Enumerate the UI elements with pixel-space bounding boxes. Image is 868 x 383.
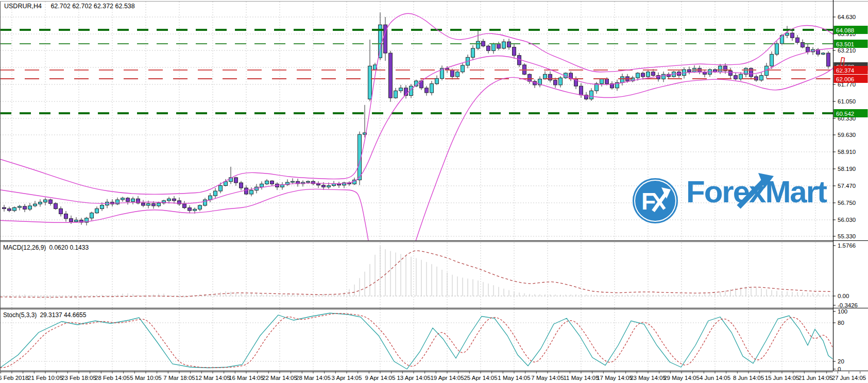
bull-candle bbox=[502, 42, 506, 48]
bull-candle bbox=[75, 220, 78, 221]
bull-candle bbox=[327, 186, 331, 187]
bull-candle bbox=[760, 76, 763, 80]
svg-text:1 May 14:05: 1 May 14:05 bbox=[498, 375, 530, 381]
svg-text:64.630: 64.630 bbox=[838, 14, 856, 20]
bear-candle bbox=[317, 184, 320, 185]
svg-text:15 Jun 14:05: 15 Jun 14:05 bbox=[765, 375, 799, 381]
svg-text:16 Mar 14:05: 16 Mar 14:05 bbox=[229, 375, 264, 381]
bull-candle bbox=[394, 91, 398, 98]
bull-candle bbox=[770, 54, 774, 66]
svg-text:60.542: 60.542 bbox=[836, 111, 854, 117]
bull-candle bbox=[121, 198, 125, 200]
bull-candle bbox=[291, 181, 295, 182]
symbol-period-label: USDRUR,H4 bbox=[4, 3, 42, 10]
svg-text:7 May 14:05: 7 May 14:05 bbox=[531, 375, 564, 381]
bear-candle bbox=[183, 204, 186, 207]
svg-text:3 Apr 14:05: 3 Apr 14:05 bbox=[332, 375, 362, 381]
bear-candle bbox=[425, 88, 429, 93]
bear-candle bbox=[8, 208, 11, 211]
bull-candle bbox=[39, 202, 42, 204]
bull-candle bbox=[44, 200, 47, 202]
bull-candle bbox=[157, 203, 161, 205]
svg-text:63.501: 63.501 bbox=[836, 41, 854, 47]
bull-candle bbox=[214, 191, 217, 196]
bear-candle bbox=[245, 188, 248, 194]
macd-layer bbox=[0, 246, 832, 299]
bull-candle bbox=[147, 203, 150, 205]
bear-candle bbox=[497, 44, 501, 48]
bear-candle bbox=[652, 72, 655, 76]
bear-candle bbox=[801, 42, 805, 47]
svg-text:13 Apr 14:05: 13 Apr 14:05 bbox=[397, 375, 430, 381]
bear-candle bbox=[554, 80, 557, 85]
stoch-values: 29.3137 44.6655 bbox=[40, 311, 86, 319]
bear-candle bbox=[152, 203, 156, 206]
svg-text:21 Jun 14:05: 21 Jun 14:05 bbox=[798, 375, 833, 381]
svg-text:12 Mar 14:05: 12 Mar 14:05 bbox=[195, 375, 230, 381]
bull-candle bbox=[590, 91, 593, 99]
bull-candle bbox=[265, 181, 269, 184]
bear-candle bbox=[70, 219, 73, 222]
macd-indicator-label: MACD(12,26,9)0.0620 0.1433 bbox=[3, 244, 89, 251]
bear-candle bbox=[173, 199, 176, 201]
bear-candle bbox=[142, 203, 145, 205]
bear-candle bbox=[688, 69, 691, 72]
sell-signal-arrow-icon[interactable]: ⇩ bbox=[835, 55, 850, 73]
bear-candle bbox=[796, 38, 799, 42]
terminal-chart-window: 64.63063.91063.21061.77061.05060.33059.6… bbox=[0, 0, 868, 383]
stoch-k-line bbox=[0, 313, 832, 369]
bear-candle bbox=[234, 178, 238, 183]
bear-candle bbox=[605, 79, 609, 83]
bear-candle bbox=[49, 200, 53, 203]
forexmart-logo: F ForexMart bbox=[633, 176, 839, 225]
bear-candle bbox=[580, 86, 583, 95]
bull-candle bbox=[90, 213, 94, 218]
bull-candle bbox=[13, 207, 16, 211]
bull-candle bbox=[167, 199, 171, 201]
bull-candle bbox=[476, 41, 480, 48]
time-axis: 16 Feb 201821 Feb 10:0523 Feb 18:0528 Fe… bbox=[0, 372, 866, 381]
bull-candle bbox=[559, 78, 563, 85]
bull-candle bbox=[636, 73, 640, 78]
svg-text:20: 20 bbox=[838, 358, 844, 364]
macd-name: MACD(12,26,9) bbox=[3, 244, 46, 251]
bull-candle bbox=[18, 206, 22, 207]
bull-candle bbox=[28, 206, 32, 209]
bear-candle bbox=[641, 73, 645, 77]
bull-candle bbox=[307, 181, 310, 182]
bull-candle bbox=[621, 77, 624, 82]
bull-candle bbox=[219, 186, 223, 192]
bull-candle bbox=[399, 88, 403, 91]
svg-text:1.5766: 1.5766 bbox=[838, 242, 856, 249]
bull-candle bbox=[224, 182, 228, 186]
bull-candle bbox=[646, 72, 650, 77]
svg-text:55.330: 55.330 bbox=[838, 233, 856, 239]
bear-candle bbox=[513, 47, 516, 56]
svg-text:56.030: 56.030 bbox=[838, 217, 856, 223]
bull-candle bbox=[203, 200, 207, 205]
stoch-name: Stoch(5,3,3) bbox=[3, 311, 37, 319]
logo-fx-arrow-icon bbox=[633, 178, 678, 223]
svg-text:23 Feb 18:05: 23 Feb 18:05 bbox=[61, 375, 96, 381]
bull-candle bbox=[430, 84, 434, 93]
svg-text:25 Apr 14:05: 25 Apr 14:05 bbox=[464, 375, 497, 381]
stoch-layer bbox=[0, 313, 832, 369]
svg-text:4 Jun 14:05: 4 Jun 14:05 bbox=[700, 375, 730, 381]
svg-text:0: 0 bbox=[838, 366, 841, 372]
svg-text:19 Apr 14:05: 19 Apr 14:05 bbox=[430, 375, 464, 381]
bull-candle bbox=[719, 66, 722, 72]
bear-candle bbox=[270, 181, 274, 184]
svg-text:59.630: 59.630 bbox=[838, 132, 856, 138]
bollinger-upper-band bbox=[0, 13, 833, 194]
bear-candle bbox=[549, 74, 552, 80]
bear-candle bbox=[827, 53, 830, 66]
svg-text:29 May 14:05: 29 May 14:05 bbox=[663, 375, 700, 381]
svg-text:63.210: 63.210 bbox=[838, 47, 856, 54]
bull-candle bbox=[600, 79, 604, 83]
bull-candle bbox=[193, 209, 197, 211]
bull-candle bbox=[131, 199, 135, 201]
bear-candle bbox=[482, 41, 485, 46]
bear-candle bbox=[188, 208, 192, 211]
bull-candle bbox=[209, 196, 212, 200]
stoch-indicator-label: Stoch(5,3,3)29.3137 44.6655 bbox=[3, 311, 86, 319]
